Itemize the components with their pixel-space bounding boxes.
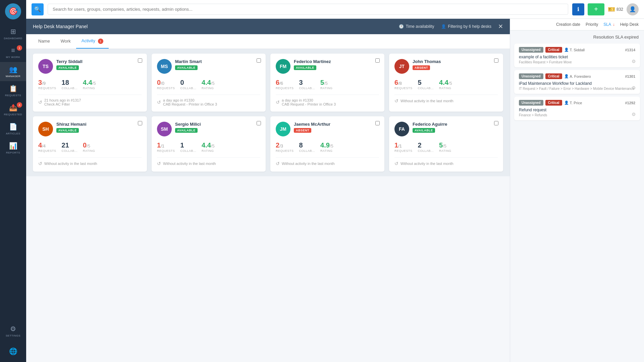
agent-status-federico_a: AVAILABLE [413, 128, 435, 133]
agent-stats-federico_a: 1/1 REQUESTS 2 COLLAB... 5/5 RATING [394, 142, 498, 153]
ticket-gear-icon[interactable]: ⚙ [632, 59, 636, 64]
sidebar-item-requests[interactable]: 📋 REQUESTS [0, 81, 26, 100]
agent-activity-text-sergio: Without activity in the last month [163, 162, 216, 166]
agent-checkbox-terry[interactable] [138, 58, 142, 63]
stat-rating-federico_a: 5/5 RATING [439, 142, 451, 153]
agent-activity-john: ↺ Without activity in the last month [394, 95, 498, 104]
stat-collabs-jaemes: 8 COLLAB... [299, 142, 315, 153]
ticket-gear-icon[interactable]: ⚙ [632, 85, 636, 90]
panel-close-button[interactable]: ✕ [498, 23, 503, 30]
stat-rating-label: RATING [83, 149, 95, 153]
agent-checkbox-john[interactable] [494, 58, 498, 63]
panel-header-actions: 🕐 Time availability 👤 Filtering by 6 hel… [399, 23, 503, 30]
stat-collabs-label: COLLAB... [62, 149, 78, 153]
agent-card-header: JM Jaemes McArthur ABSENT [276, 122, 379, 136]
agent-card-terry: TS Terry Siddall AVAILABLE 3/9 REQUESTS … [33, 54, 147, 112]
filter-icon: 👤 [441, 24, 446, 29]
stat-rating-value-terry: 4.4/5 [83, 79, 96, 86]
stat-collabs-label: COLLAB... [180, 149, 197, 153]
tickets-icon: 🎫 [608, 6, 615, 13]
sidebar-item-globe[interactable]: 🌐 [0, 344, 26, 359]
ticket-card-#1301: Unassigned Critical 👤 A. Forestiero #130… [514, 70, 640, 94]
stat-requests-martin: 0/0 REQUESTS [157, 79, 175, 90]
ticket-critical-badge[interactable]: Critical [545, 73, 562, 79]
agent-checkbox-shiraz[interactable] [138, 121, 142, 125]
sidebar-label-dashboard: DASHBOARD [4, 37, 22, 40]
ticket-critical-badge[interactable]: Critical [545, 100, 562, 106]
settings-icon: ⚙ [10, 325, 16, 333]
stat-rating-value-jaemes: 4.9/5 [320, 142, 333, 148]
filtering-btn[interactable]: 👤 Filtering by 6 help desks [441, 24, 491, 29]
agent-stats-federico_m: 6/6 REQUESTS 3 COLLAB... 5/5 RATING [276, 79, 379, 90]
agent-info-john: John Thomas ABSENT [413, 59, 498, 70]
ticket-title[interactable]: iPad Maintenance Workflow for Lackland [519, 81, 635, 86]
sidebar-item-dashboard[interactable]: ⊞ DASHBOARD [0, 24, 26, 43]
sidebar-item-reports[interactable]: 📊 REPORTS [0, 138, 26, 158]
agent-card-federico_m: FM Federico Martinez AVAILABLE 6/6 REQUE… [270, 54, 384, 112]
agent-stats-terry: 3/9 REQUESTS 18 COLLAB... 4.4/5 RATING [38, 79, 142, 90]
tab-name[interactable]: Name [33, 35, 55, 48]
sidebar-label-requests: REQUESTS [5, 94, 21, 97]
ticket-title[interactable]: Refund request [519, 108, 635, 112]
agent-checkbox-federico_m[interactable] [375, 58, 380, 63]
agent-activity-jaemes: ↺ Without activity in the last month [276, 157, 379, 166]
panel-title: Help Desk Manager Panel [33, 24, 88, 29]
agent-card-martin: MS Martin Smart AVAILABLE 0/0 REQUESTS 0… [152, 54, 266, 112]
stat-rating-label: RATING [439, 149, 451, 153]
sort-help-desk[interactable]: Help Desk [620, 22, 639, 27]
agent-card-header: FA Federico Aguirre AVAILABLE [394, 122, 498, 136]
activity-icon: ↺ [157, 161, 161, 166]
sort-sla[interactable]: SLA ↓ [603, 22, 614, 27]
tab-work[interactable]: Work [55, 35, 76, 48]
ticket-unassigned-badge[interactable]: Unassigned [519, 73, 543, 79]
right-panel: Creation date Priority SLA ↓ Help Desk R… [510, 19, 644, 362]
sidebar-item-manager[interactable]: 👥 MANAGER [0, 62, 26, 81]
add-button[interactable]: + [588, 3, 604, 15]
sidebar-item-mywork[interactable]: 1 ≡ MY WORK [0, 43, 26, 62]
ticket-unassigned-badge[interactable]: Unassigned [519, 47, 543, 53]
stat-requests-terry: 3/9 REQUESTS [38, 79, 56, 90]
sidebar-item-settings[interactable]: ⚙ SETTINGS [0, 321, 26, 341]
agent-activity-martin: ↺ a day ago in #1330CAB Request - Printe… [157, 95, 260, 106]
person-icon: 👤 [564, 101, 569, 105]
ticket-title[interactable]: example of a facilities ticket [519, 55, 635, 59]
agent-name-federico_m: Federico Martinez [294, 59, 379, 64]
info-button[interactable]: ℹ [572, 3, 584, 15]
search-button[interactable]: 🔍 [32, 3, 44, 15]
stat-requests-value-jaemes: 2/3 [276, 142, 283, 148]
agent-checkbox-sergio[interactable] [257, 121, 261, 125]
agent-card-header: TS Terry Siddall AVAILABLE [38, 59, 142, 74]
topbar: 🔍 ℹ + 🎫 832 👤 [26, 0, 644, 19]
agent-info-sergio: Sergio Milici AVAILABLE [175, 122, 260, 133]
person-icon: 👤 [564, 48, 569, 52]
ticket-critical-badge[interactable]: Critical [545, 47, 562, 53]
agent-activity-text-john: Without activity in the last month [400, 99, 453, 103]
stat-requests-value-terry: 3/9 [38, 79, 46, 86]
tab-activity[interactable]: Activity 1 [76, 34, 109, 49]
avatar[interactable]: 👤 [627, 3, 639, 15]
stat-requests-value-sergio: 1/1 [157, 142, 164, 148]
stat-requests-value-federico_a: 1/1 [394, 142, 402, 148]
agent-checkbox-federico_a[interactable] [494, 121, 498, 125]
stat-rating-federico_m: 5/5 RATING [320, 79, 332, 90]
stat-requests-value-martin: 0/0 [157, 79, 164, 86]
sidebar-label-requested: REQUESTED [4, 113, 22, 116]
agent-checkbox-jaemes[interactable] [375, 121, 380, 125]
sidebar-item-requested[interactable]: 4 📤 REQUESTED [0, 100, 26, 119]
activity-icon: ↺ [276, 100, 280, 105]
stat-rating-value-federico_a: 5/5 [439, 142, 446, 148]
ticket-cards: Unassigned Critical 👤 T. Siddall #1314 e… [510, 44, 644, 120]
agent-activity-text-terry: 21 hours ago in #1317Check AC Filter [44, 98, 81, 106]
ticket-unassigned-badge[interactable]: Unassigned [519, 100, 543, 106]
sort-creation-date[interactable]: Creation date [556, 22, 580, 27]
sidebar-item-articles[interactable]: 📄 ARTICLES [0, 119, 26, 138]
ticket-assignee: 👤 T. Siddall [564, 48, 585, 52]
search-input[interactable] [48, 4, 568, 15]
ticket-id: #1314 [625, 48, 635, 52]
agent-activity-federico_a: ↺ Without activity in the last month [394, 157, 498, 166]
sidebar: 🎯 ⊞ DASHBOARD 1 ≡ MY WORK 👥 MANAGER 📋 RE… [0, 0, 26, 362]
agent-checkbox-martin[interactable] [257, 58, 261, 63]
sort-priority[interactable]: Priority [586, 22, 598, 27]
ticket-gear-icon[interactable]: ⚙ [632, 112, 636, 117]
time-availability-btn[interactable]: 🕐 Time availability [399, 24, 434, 29]
